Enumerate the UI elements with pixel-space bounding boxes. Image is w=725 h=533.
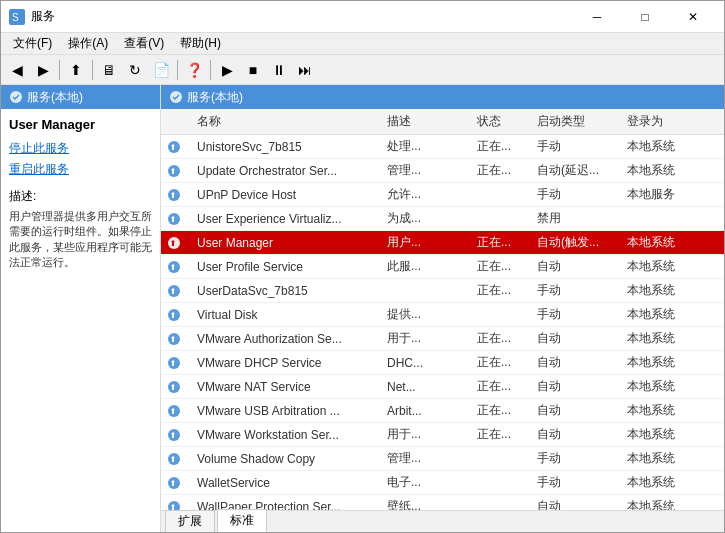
table-row[interactable]: User Experience Virtualiz...为成...禁用 <box>161 207 724 231</box>
tab-expand[interactable]: 扩展 <box>165 510 215 532</box>
minimize-button[interactable]: ─ <box>574 1 620 33</box>
service-desc-cell <box>381 279 471 302</box>
col-header-icon[interactable] <box>161 111 191 132</box>
maximize-button[interactable]: □ <box>622 1 668 33</box>
toolbar-sep-3 <box>177 60 178 80</box>
service-icon-cell <box>161 279 191 302</box>
table-row[interactable]: VMware Authorization Se...用于...正在...自动本地… <box>161 327 724 351</box>
restart-button[interactable]: ⏭ <box>293 58 317 82</box>
service-desc-cell: 提供... <box>381 303 471 326</box>
service-icon-cell <box>161 207 191 230</box>
sidebar-title: 服务(本地) <box>1 85 160 109</box>
service-startup-cell: 自动 <box>531 399 621 422</box>
service-icon-cell <box>161 231 191 254</box>
play-button[interactable]: ▶ <box>215 58 239 82</box>
table-row[interactable]: VMware USB Arbitration ...Arbit...正在...自… <box>161 399 724 423</box>
service-login-cell: 本地系统 <box>621 375 701 398</box>
service-name-cell: VMware Authorization Se... <box>191 327 381 350</box>
col-header-login[interactable]: 登录为 <box>621 111 701 132</box>
help-button[interactable]: ❓ <box>182 58 206 82</box>
table-row[interactable]: User Manager用户...正在...自动(触发...本地系统 <box>161 231 724 255</box>
refresh-button[interactable]: ↻ <box>123 58 147 82</box>
table-header: 名称 描述 状态 启动类型 登录为 <box>161 109 724 135</box>
col-header-status[interactable]: 状态 <box>471 111 531 132</box>
table-body: UnistoreSvc_7b815处理...正在...手动本地系统Update … <box>161 135 724 510</box>
service-startup-cell: 自动 <box>531 327 621 350</box>
table-row[interactable]: Virtual Disk提供...手动本地系统 <box>161 303 724 327</box>
service-status-cell: 正在... <box>471 423 531 446</box>
service-status-cell <box>471 303 531 326</box>
service-startup-cell: 手动 <box>531 183 621 206</box>
show-hide-button[interactable]: 🖥 <box>97 58 121 82</box>
service-icon-cell <box>161 135 191 158</box>
main-title: 服务(本地) <box>161 85 724 109</box>
service-icon-cell <box>161 375 191 398</box>
service-icon <box>167 164 181 178</box>
service-desc-cell: 处理... <box>381 135 471 158</box>
service-icon <box>167 260 181 274</box>
menu-file[interactable]: 文件(F) <box>5 33 60 54</box>
service-login-cell: 本地服务 <box>621 183 701 206</box>
service-login-cell: 本地系统 <box>621 495 701 510</box>
service-startup-cell: 手动 <box>531 303 621 326</box>
table-row[interactable]: UnistoreSvc_7b815处理...正在...手动本地系统 <box>161 135 724 159</box>
service-icon <box>167 356 181 370</box>
restart-service-link[interactable]: 重启此服务 <box>9 161 152 178</box>
service-login-cell: 本地系统 <box>621 447 701 470</box>
close-button[interactable]: ✕ <box>670 1 716 33</box>
sidebar-desc-text: 用户管理器提供多用户交互所需要的运行时组件。如果停止此服务，某些应用程序可能无法… <box>9 209 152 271</box>
up-button[interactable]: ⬆ <box>64 58 88 82</box>
service-status-cell: 正在... <box>471 351 531 374</box>
table-row[interactable]: VMware Workstation Ser...用于...正在...自动本地系… <box>161 423 724 447</box>
content-area: 服务(本地) User Manager 停止此服务 重启此服务 描述: 用户管理… <box>1 85 724 532</box>
main-window: S 服务 ─ □ ✕ 文件(F) 操作(A) 查看(V) 帮助(H) ◀ ▶ ⬆… <box>0 0 725 533</box>
service-name-cell: VMware DHCP Service <box>191 351 381 374</box>
service-status-cell: 正在... <box>471 399 531 422</box>
main-title-icon <box>169 90 183 104</box>
table-row[interactable]: Update Orchestrator Ser...管理...正在...自动(延… <box>161 159 724 183</box>
col-header-desc[interactable]: 描述 <box>381 111 471 132</box>
table-row[interactable]: WallPaper Protection Ser...壁纸...自动本地系统 <box>161 495 724 510</box>
forward-button[interactable]: ▶ <box>31 58 55 82</box>
service-startup-cell: 自动 <box>531 423 621 446</box>
service-desc-cell: Net... <box>381 375 471 398</box>
service-login-cell: 本地系统 <box>621 423 701 446</box>
stop-button[interactable]: ■ <box>241 58 265 82</box>
service-icon-cell <box>161 351 191 374</box>
menu-help[interactable]: 帮助(H) <box>172 33 229 54</box>
table-row[interactable]: WalletService电子...手动本地系统 <box>161 471 724 495</box>
export-button[interactable]: 📄 <box>149 58 173 82</box>
table-row[interactable]: UserDataSvc_7b815正在...手动本地系统 <box>161 279 724 303</box>
service-startup-cell: 自动 <box>531 255 621 278</box>
service-icon-cell <box>161 255 191 278</box>
stop-service-link[interactable]: 停止此服务 <box>9 140 152 157</box>
toolbar-sep-1 <box>59 60 60 80</box>
service-status-cell <box>471 447 531 470</box>
service-name-cell: WalletService <box>191 471 381 494</box>
service-login-cell: 本地系统 <box>621 231 701 254</box>
service-login-cell: 本地系统 <box>621 399 701 422</box>
service-startup-cell: 自动(触发... <box>531 231 621 254</box>
service-startup-cell: 禁用 <box>531 207 621 230</box>
service-login-cell <box>621 207 701 230</box>
table-row[interactable]: Volume Shadow Copy管理...手动本地系统 <box>161 447 724 471</box>
service-name-cell: VMware USB Arbitration ... <box>191 399 381 422</box>
col-header-startup[interactable]: 启动类型 <box>531 111 621 132</box>
back-button[interactable]: ◀ <box>5 58 29 82</box>
service-status-cell: 正在... <box>471 279 531 302</box>
service-name-cell: UnistoreSvc_7b815 <box>191 135 381 158</box>
table-row[interactable]: VMware NAT ServiceNet...正在...自动本地系统 <box>161 375 724 399</box>
service-startup-cell: 手动 <box>531 447 621 470</box>
service-icon <box>167 188 181 202</box>
menu-action[interactable]: 操作(A) <box>60 33 116 54</box>
table-row[interactable]: VMware DHCP ServiceDHC...正在...自动本地系统 <box>161 351 724 375</box>
service-login-cell: 本地系统 <box>621 135 701 158</box>
table-row[interactable]: User Profile Service此服...正在...自动本地系统 <box>161 255 724 279</box>
tab-standard[interactable]: 标准 <box>217 509 267 532</box>
service-desc-cell: 允许... <box>381 183 471 206</box>
service-icon <box>167 308 181 322</box>
col-header-name[interactable]: 名称 <box>191 111 381 132</box>
table-row[interactable]: UPnP Device Host允许...手动本地服务 <box>161 183 724 207</box>
pause-button[interactable]: ⏸ <box>267 58 291 82</box>
menu-view[interactable]: 查看(V) <box>116 33 172 54</box>
